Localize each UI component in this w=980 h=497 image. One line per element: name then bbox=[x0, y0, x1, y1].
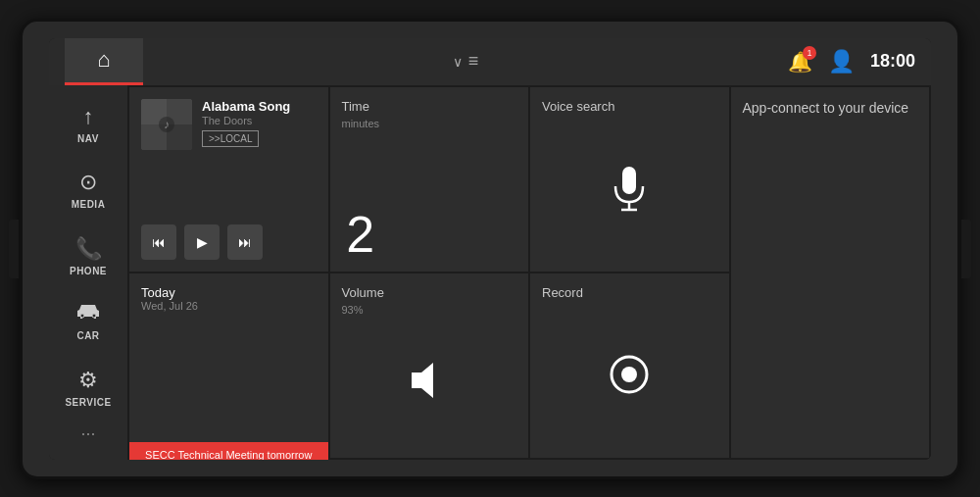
sidebar: ↑ NAV ⊙ MEDIA 📞 PHONE bbox=[49, 85, 127, 460]
calendar-cell[interactable]: Today Wed, Jul 26 SECC Technical Meeting… bbox=[129, 273, 328, 458]
car-icon bbox=[75, 302, 101, 326]
clock-display: 18:00 bbox=[870, 51, 915, 72]
top-bar: ⌂ ∨ ≡ 🔔 1 👤 18:00 bbox=[49, 38, 931, 85]
song-title: Alabama Song bbox=[202, 99, 317, 116]
sidebar-label-phone: PHONE bbox=[70, 266, 107, 276]
record-cell[interactable]: Record bbox=[530, 273, 729, 458]
play-button[interactable]: ▶ bbox=[184, 224, 220, 260]
top-bar-right: 🔔 1 👤 18:00 bbox=[788, 49, 915, 75]
prev-button[interactable]: ⏮ bbox=[141, 224, 176, 260]
sidebar-item-service[interactable]: ⚙ SERVICE bbox=[53, 357, 123, 419]
time-cell[interactable]: Time minutes 2 bbox=[330, 87, 529, 272]
app-connect-cell[interactable]: App-connect to your device bbox=[731, 87, 930, 458]
volume-cell[interactable]: Volume 93% bbox=[330, 273, 529, 458]
music-controls: ⏮ ▶ ⏭ bbox=[141, 224, 317, 260]
voice-search-label: Voice search bbox=[542, 99, 717, 114]
sidebar-label-nav: NAV bbox=[77, 133, 99, 144]
sidebar-item-car[interactable]: CAR bbox=[53, 291, 123, 353]
music-cell[interactable]: ♪ Alabama Song The Doors >>LOCAL bbox=[129, 87, 328, 272]
media-icon: ⊙ bbox=[79, 170, 97, 195]
next-button[interactable]: ⏭ bbox=[227, 224, 263, 260]
album-art: ♪ bbox=[141, 99, 192, 150]
menu-button[interactable]: ∨ ≡ bbox=[453, 51, 479, 72]
notification-badge: 1 bbox=[803, 46, 816, 60]
volume-label: Volume bbox=[342, 285, 517, 300]
phone-icon: 📞 bbox=[75, 236, 102, 262]
top-bar-center: ∨ ≡ bbox=[143, 51, 788, 72]
sidebar-item-phone[interactable]: 📞 PHONE bbox=[53, 224, 123, 286]
sidebar-label-service: SERVICE bbox=[65, 397, 111, 408]
sidebar-label-car: CAR bbox=[76, 330, 99, 341]
home-icon: ⌂ bbox=[97, 47, 110, 73]
record-icon bbox=[542, 304, 717, 446]
screen: ⌂ ∨ ≡ 🔔 1 👤 18:00 ↑ bbox=[49, 38, 931, 460]
nav-icon: ↑ bbox=[83, 104, 94, 129]
grid-area: ♪ Alabama Song The Doors >>LOCAL bbox=[127, 85, 931, 460]
user-avatar[interactable]: 👤 bbox=[828, 49, 855, 75]
home-button[interactable]: ⌂ bbox=[65, 38, 143, 85]
microphone-icon bbox=[542, 118, 717, 260]
svg-point-1 bbox=[92, 314, 96, 318]
volume-value: 93% bbox=[342, 304, 517, 316]
sidebar-item-nav[interactable]: ↑ NAV bbox=[53, 93, 123, 155]
svg-rect-7 bbox=[622, 167, 636, 194]
chevron-down-icon: ∨ bbox=[453, 54, 463, 70]
device-frame: ⌂ ∨ ≡ 🔔 1 👤 18:00 ↑ bbox=[20, 19, 960, 479]
album-art-image: ♪ bbox=[141, 99, 192, 150]
app-connect-label: App-connect to your device bbox=[743, 99, 918, 119]
record-label: Record bbox=[542, 285, 717, 300]
more-button[interactable]: ··· bbox=[80, 423, 95, 444]
local-button[interactable]: >>LOCAL bbox=[202, 130, 259, 147]
calendar-date-label: Wed, Jul 26 bbox=[141, 300, 317, 312]
song-artist: The Doors bbox=[202, 115, 317, 126]
hamburger-icon: ≡ bbox=[468, 51, 479, 72]
volume-icon bbox=[342, 316, 517, 446]
svg-text:♪: ♪ bbox=[164, 118, 170, 131]
time-sublabel: minutes bbox=[342, 118, 380, 129]
main-content: ↑ NAV ⊙ MEDIA 📞 PHONE bbox=[49, 85, 931, 460]
svg-point-0 bbox=[80, 314, 84, 318]
voice-search-cell[interactable]: Voice search bbox=[530, 87, 729, 272]
calendar-today-label: Today bbox=[141, 285, 317, 300]
svg-marker-10 bbox=[412, 363, 433, 398]
sidebar-label-media: MEDIA bbox=[72, 199, 106, 210]
notifications-button[interactable]: 🔔 1 bbox=[788, 50, 812, 74]
svg-point-12 bbox=[621, 367, 637, 382]
time-value: 2 bbox=[342, 209, 380, 260]
time-label: Time bbox=[342, 99, 380, 114]
calendar-event[interactable]: SECC Technical Meeting tomorrow bbox=[129, 442, 328, 459]
sidebar-item-media[interactable]: ⊙ MEDIA bbox=[53, 159, 123, 221]
music-info: Alabama Song The Doors >>LOCAL bbox=[202, 99, 317, 148]
service-icon: ⚙ bbox=[78, 368, 98, 393]
